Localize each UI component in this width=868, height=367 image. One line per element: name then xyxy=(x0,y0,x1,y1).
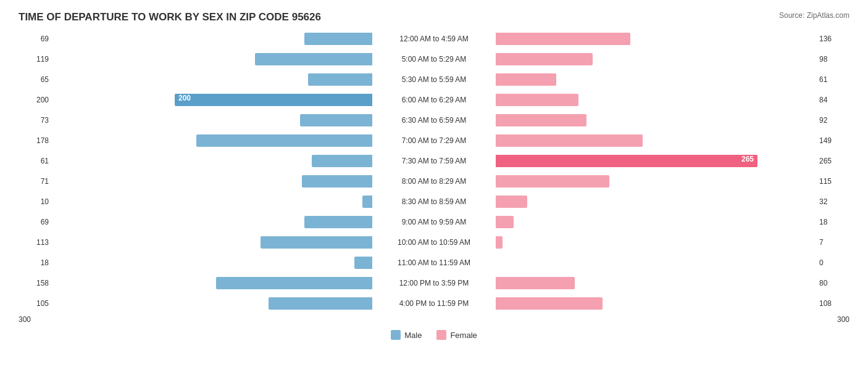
male-bar xyxy=(269,297,372,310)
male-value: 158 xyxy=(19,279,52,287)
male-bar-value: 200 xyxy=(178,94,191,102)
right-bar-wrap xyxy=(496,215,816,229)
time-label: 8:30 AM to 8:59 AM xyxy=(372,197,496,206)
left-bar-wrap xyxy=(52,195,372,208)
female-bar xyxy=(496,73,556,86)
left-bar-wrap xyxy=(52,52,372,66)
left-bar-wrap xyxy=(52,154,372,168)
time-label: 6:00 AM to 6:29 AM xyxy=(372,96,496,104)
chart-container: TIME OF DEPARTURE TO WORK BY SEX IN ZIP … xyxy=(0,0,868,367)
female-value: 7 xyxy=(816,238,849,247)
female-bar-value: 265 xyxy=(741,155,754,163)
axis-right: 300 xyxy=(837,315,849,324)
male-value: 73 xyxy=(19,116,52,125)
female-value: 108 xyxy=(816,299,849,308)
right-bar-wrap xyxy=(496,73,816,86)
left-bar-wrap xyxy=(52,276,372,290)
chart-row: 718:00 AM to 8:29 AM115 xyxy=(19,172,849,191)
chart-row: 2002006:00 AM to 6:29 AM84 xyxy=(19,91,849,109)
source-text: Source: ZipAtlas.com xyxy=(779,11,849,20)
time-label: 12:00 PM to 3:59 PM xyxy=(372,279,496,287)
female-value: 0 xyxy=(816,258,849,267)
bars-center: 5:30 AM to 5:59 AM xyxy=(52,70,816,89)
male-bar xyxy=(255,53,372,65)
chart-row: 736:30 AM to 6:59 AM92 xyxy=(19,111,849,130)
female-bar xyxy=(496,134,643,147)
bars-center: 12:00 AM to 4:59 AM xyxy=(52,30,816,48)
right-bar-wrap xyxy=(496,297,816,310)
chart-area: 6912:00 AM to 4:59 AM1361195:00 AM to 5:… xyxy=(19,30,849,313)
female-bar xyxy=(496,277,575,289)
female-value: 18 xyxy=(816,218,849,226)
time-label: 11:00 AM to 11:59 AM xyxy=(372,258,496,267)
bars-center: 4:00 PM to 11:59 PM xyxy=(52,294,816,313)
female-bar xyxy=(496,236,503,249)
time-label: 5:30 AM to 5:59 AM xyxy=(372,75,496,84)
female-value: 61 xyxy=(816,75,849,84)
female-bar xyxy=(496,297,603,310)
left-bar-wrap: 200 xyxy=(52,93,372,107)
right-bar-wrap xyxy=(496,113,816,127)
male-value: 65 xyxy=(19,75,52,84)
female-value: 115 xyxy=(816,177,849,186)
legend-female-box xyxy=(436,330,446,340)
chart-row: 6912:00 AM to 4:59 AM136 xyxy=(19,30,849,48)
male-bar xyxy=(304,33,372,45)
right-bar-wrap xyxy=(496,256,816,270)
male-value: 105 xyxy=(19,299,52,308)
female-value: 98 xyxy=(816,55,849,64)
time-label: 7:00 AM to 7:29 AM xyxy=(372,136,496,145)
female-value: 149 xyxy=(816,136,849,145)
right-bar-wrap: 265 xyxy=(496,154,816,168)
time-label: 6:30 AM to 6:59 AM xyxy=(372,116,496,125)
right-bar-wrap xyxy=(496,52,816,66)
female-bar xyxy=(496,175,609,188)
chart-row: 699:00 AM to 9:59 AM18 xyxy=(19,213,849,231)
right-bar-wrap xyxy=(496,32,816,46)
time-label: 4:00 PM to 11:59 PM xyxy=(372,299,496,308)
bars-center: 7:30 AM to 7:59 AM265 xyxy=(52,152,816,170)
legend-male-label: Male xyxy=(404,331,422,340)
female-value: 265 xyxy=(816,157,849,165)
bars-center: 8:30 AM to 8:59 AM xyxy=(52,192,816,211)
left-bar-wrap xyxy=(52,73,372,86)
left-bar-wrap xyxy=(52,134,372,147)
legend: Male Female xyxy=(19,330,849,340)
female-bar xyxy=(496,216,514,228)
male-value: 119 xyxy=(19,55,52,64)
male-bar xyxy=(362,196,372,208)
legend-male-box xyxy=(391,330,401,340)
female-value: 136 xyxy=(816,35,849,43)
male-value: 69 xyxy=(19,35,52,43)
right-bar-wrap xyxy=(496,134,816,147)
time-label: 9:00 AM to 9:59 AM xyxy=(372,218,496,226)
right-bar-wrap xyxy=(496,195,816,208)
left-bar-wrap xyxy=(52,113,372,127)
bars-center: 8:00 AM to 8:29 AM xyxy=(52,172,816,191)
left-bar-wrap xyxy=(52,32,372,46)
female-value: 84 xyxy=(816,96,849,104)
male-value: 71 xyxy=(19,177,52,186)
chart-row: 15812:00 PM to 3:59 PM80 xyxy=(19,274,849,292)
male-bar xyxy=(302,175,372,188)
bars-center: 9:00 AM to 9:59 AM xyxy=(52,213,816,231)
male-bar xyxy=(300,114,372,126)
chart-row: 1787:00 AM to 7:29 AM149 xyxy=(19,131,849,150)
bars-center: 7:00 AM to 7:29 AM xyxy=(52,131,816,150)
chart-row: 655:30 AM to 5:59 AM61 xyxy=(19,70,849,89)
male-bar xyxy=(216,277,372,289)
bars-center: 2006:00 AM to 6:29 AM xyxy=(52,91,816,109)
left-bar-wrap xyxy=(52,256,372,270)
male-bar xyxy=(312,155,372,167)
female-bar xyxy=(496,94,578,106)
chart-row: 1195:00 AM to 5:29 AM98 xyxy=(19,50,849,68)
left-bar-wrap xyxy=(52,236,372,249)
chart-row: 617:30 AM to 7:59 AM265265 xyxy=(19,152,849,170)
bars-center: 10:00 AM to 10:59 AM xyxy=(52,233,816,252)
female-bar: 265 xyxy=(496,155,757,167)
time-label: 8:00 AM to 8:29 AM xyxy=(372,177,496,186)
axis-labels: 300 300 xyxy=(19,315,849,324)
female-bar xyxy=(496,33,630,45)
male-bar xyxy=(308,73,372,86)
male-value: 18 xyxy=(19,258,52,267)
